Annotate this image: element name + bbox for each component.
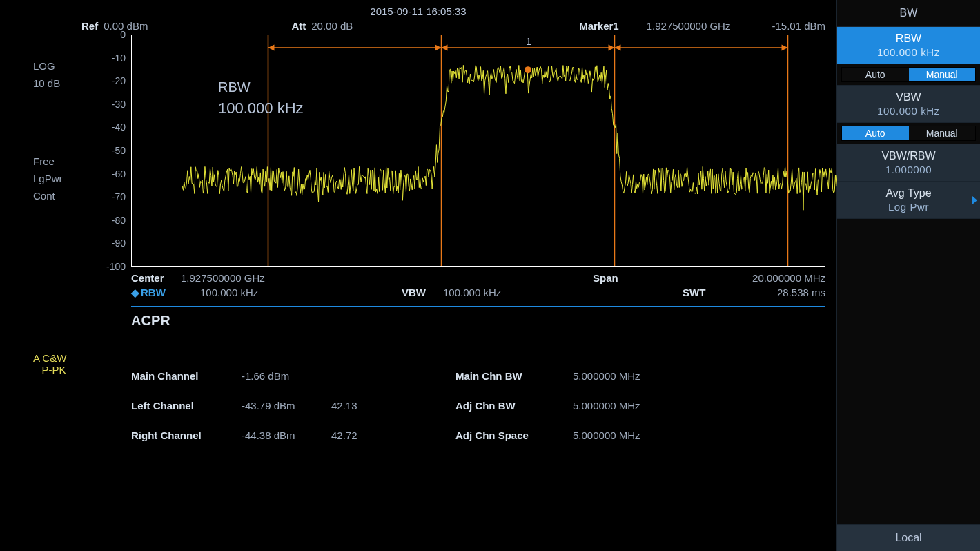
vbw-value: 100.000 kHz	[443, 287, 581, 299]
span-value: 20.000000 MHz	[634, 272, 825, 284]
side-ratio[interactable]: VBW/RBW 1.000000	[837, 144, 980, 182]
right-channel-rel: 42.72	[331, 429, 455, 441]
ref-value: 0.00 dBm	[104, 20, 148, 32]
vbw-manual[interactable]: Manual	[909, 126, 976, 140]
left-channel-label: Left Channel	[131, 400, 242, 412]
scale-mode: LOG	[33, 60, 81, 72]
marker1-freq: 1.927500000 GHz	[647, 20, 731, 32]
right-channel-label: Right Channel	[131, 429, 242, 441]
rbw-auto[interactable]: Auto	[842, 68, 909, 81]
side-title: BW	[837, 0, 980, 27]
acpr-table: Main Channel -1.66 dBm Main Chn BW 5.000…	[81, 370, 825, 459]
divider	[131, 306, 825, 307]
adj-chn-bw-label: Adj Chn BW	[455, 400, 573, 412]
main-chn-bw-label: Main Chn BW	[455, 370, 573, 382]
rbw-value: 100.000 kHz	[181, 287, 402, 299]
main-channel-value: -1.66 dBm	[242, 370, 331, 382]
vbw-label: VBW	[402, 287, 443, 299]
local-button[interactable]: Local	[837, 524, 980, 551]
center-value: 1.927500000 GHz	[181, 272, 402, 284]
chevron-right-icon	[972, 196, 977, 204]
main-chn-bw-value: 5.000000 MHz	[573, 370, 640, 382]
side-vbw[interactable]: VBW 100.000 kHz	[837, 86, 980, 123]
top-readout-row: Ref 0.00 dBm Att 20.00 dB Marker1 1.9275…	[81, 20, 825, 35]
side-avg-type[interactable]: Avg Type Log Pwr	[837, 182, 980, 219]
rbw-manual[interactable]: Manual	[909, 68, 976, 81]
scale-per-div: 10 dB	[33, 77, 81, 89]
rbw-label: ◆RBW	[131, 287, 181, 299]
att-label: Att	[291, 20, 306, 32]
left-channel-rel: 42.13	[331, 400, 455, 412]
side-menu: BW RBW 100.000 kHz Auto Manual VBW 100.0…	[836, 0, 980, 551]
ref-label: Ref	[81, 20, 98, 32]
spectrum-graph[interactable]: 0-10-20-30-40-50-60-70-80-90-100 RBW 100…	[81, 35, 825, 267]
overlay-rbw: RBW 100.000 kHz	[218, 79, 304, 117]
trace-info: A C&W P-PK	[33, 352, 81, 376]
acpr-title: ACPR	[81, 313, 825, 329]
side-rbw[interactable]: RBW 100.000 kHz	[837, 27, 980, 64]
detector-mode: LgPwr	[33, 173, 81, 184]
adj-chn-space-label: Adj Chn Space	[455, 429, 573, 441]
right-channel-value: -44.38 dBm	[242, 429, 331, 441]
main-channel-label: Main Channel	[131, 370, 242, 382]
marker1-power: -15.01 dBm	[772, 20, 825, 32]
sweep-mode: Cont	[33, 190, 81, 202]
marker1-label: Marker1	[579, 20, 619, 32]
timestamp: 2015-09-11 16:05:33	[0, 0, 836, 20]
span-label: Span	[593, 272, 634, 284]
swt-label: SWT	[683, 287, 724, 299]
side-vbw-mode[interactable]: Auto Manual	[837, 123, 980, 144]
att-value: 20.00 dB	[311, 20, 353, 32]
adj-chn-bw-value: 5.000000 MHz	[573, 400, 640, 412]
adj-chn-space-value: 5.000000 MHz	[573, 429, 640, 441]
vbw-auto[interactable]: Auto	[842, 126, 909, 140]
left-status: LOG 10 dB Free LgPwr Cont A C&W P-PK	[0, 20, 81, 551]
center-label: Center	[131, 272, 181, 284]
trigger-mode: Free	[33, 155, 81, 167]
left-channel-value: -43.79 dBm	[242, 400, 331, 412]
swt-value: 28.538 ms	[724, 287, 825, 299]
side-rbw-mode[interactable]: Auto Manual	[837, 64, 980, 86]
